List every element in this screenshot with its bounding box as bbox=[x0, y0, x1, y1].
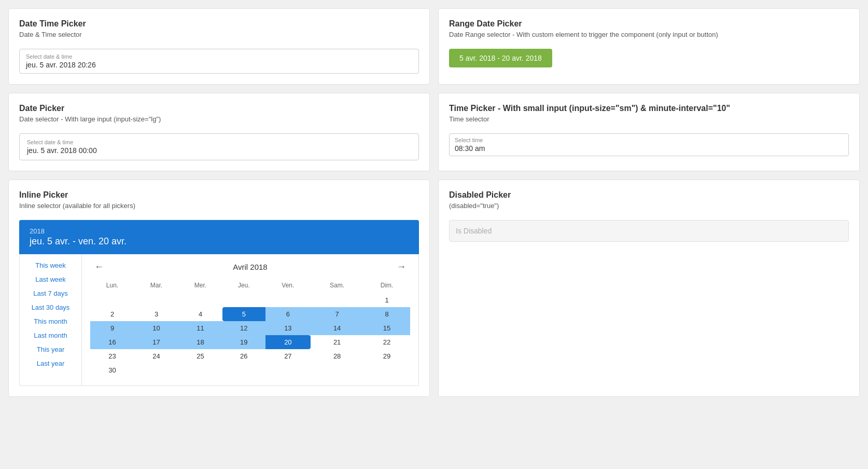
empty-cell[interactable] bbox=[265, 363, 311, 377]
in-range-cell[interactable]: 11 bbox=[178, 321, 222, 335]
range-date-picker-title: Range Date Picker bbox=[449, 19, 849, 29]
disabled-picker-subtitle: (disabled="true") bbox=[449, 202, 849, 210]
weekday-header: Mar. bbox=[134, 280, 178, 293]
date-picker-title: Date Picker bbox=[19, 104, 419, 113]
prev-month-button[interactable]: ← bbox=[90, 259, 108, 274]
inline-picker-title: Inline Picker bbox=[19, 190, 419, 200]
empty-cell[interactable] bbox=[178, 293, 222, 307]
day-cell[interactable]: 22 bbox=[363, 335, 410, 349]
date-picker-field-value: jeu. 5 avr. 2018 00:00 bbox=[27, 146, 97, 155]
calendar-body: 1234567891011121314151617181920212223242… bbox=[90, 293, 410, 377]
table-row: 2345678 bbox=[90, 307, 410, 321]
shortcut-button[interactable]: Last year bbox=[20, 356, 81, 370]
in-range-cell[interactable]: 6 bbox=[265, 307, 311, 321]
day-cell[interactable]: 27 bbox=[265, 349, 311, 363]
in-range-cell[interactable]: 7 bbox=[311, 307, 363, 321]
in-range-cell[interactable]: 10 bbox=[134, 321, 178, 335]
calendar-header: Lun.Mar.Mer.Jeu.Ven.Sam.Dim. bbox=[90, 280, 410, 293]
time-picker-field-label: Select time bbox=[455, 137, 843, 143]
month-title: Avril 2018 bbox=[233, 263, 267, 271]
date-picker-subtitle: Date selector - With large input (input-… bbox=[19, 115, 419, 123]
day-cell[interactable]: 30 bbox=[90, 363, 134, 377]
picker-body: This weekLast weekLast 7 daysLast 30 day… bbox=[19, 254, 419, 386]
day-cell[interactable]: 23 bbox=[90, 349, 134, 363]
time-picker-title: Time Picker - With small input (input-si… bbox=[449, 104, 849, 113]
empty-cell[interactable] bbox=[311, 293, 363, 307]
inline-picker-subtitle: Inline selector (available for all picke… bbox=[19, 202, 419, 210]
range-date-picker-card: Range Date Picker Date Range selector - … bbox=[438, 8, 860, 85]
empty-cell[interactable] bbox=[134, 293, 178, 307]
shortcut-button[interactable]: Last week bbox=[20, 272, 81, 286]
shortcut-button[interactable]: This week bbox=[20, 258, 81, 272]
time-picker-field-value: 08:30 am bbox=[455, 144, 485, 153]
in-range-cell[interactable]: 19 bbox=[222, 335, 265, 349]
calendar-nav: ← Avril 2018 → bbox=[90, 259, 410, 274]
next-month-button[interactable]: → bbox=[393, 259, 410, 274]
empty-cell[interactable] bbox=[178, 363, 222, 377]
disabled-picker-input: Is Disabled bbox=[449, 220, 849, 242]
selected-end-cell[interactable]: 20 bbox=[265, 335, 311, 349]
table-row: 16171819202122 bbox=[90, 335, 410, 349]
time-picker-input[interactable]: Select time 08:30 am bbox=[449, 133, 849, 156]
date-time-picker-subtitle: Date & Time selector bbox=[19, 31, 419, 38]
calendar-area: ← Avril 2018 → Lun.Mar.Mer.Jeu.Ven.Sam.D… bbox=[82, 254, 418, 385]
day-cell[interactable]: 26 bbox=[222, 349, 265, 363]
weekday-row: Lun.Mar.Mer.Jeu.Ven.Sam.Dim. bbox=[90, 280, 410, 293]
day-cell[interactable]: 28 bbox=[311, 349, 363, 363]
date-picker-field-label: Select date & time bbox=[27, 139, 411, 145]
in-range-cell[interactable]: 18 bbox=[178, 335, 222, 349]
in-range-cell[interactable]: 9 bbox=[90, 321, 134, 335]
selected-start-cell[interactable]: 5 bbox=[222, 307, 265, 321]
picker-header: 2018 jeu. 5 avr. - ven. 20 avr. bbox=[19, 220, 419, 254]
time-picker-subtitle: Time selector bbox=[449, 115, 849, 123]
shortcut-button[interactable]: This year bbox=[20, 342, 81, 356]
in-range-cell[interactable]: 12 bbox=[222, 321, 265, 335]
shortcut-button[interactable]: This month bbox=[20, 314, 81, 328]
disabled-picker-card: Disabled Picker (disabled="true") Is Dis… bbox=[438, 180, 860, 397]
picker-year: 2018 bbox=[30, 227, 409, 235]
inline-picker-card: Inline Picker Inline selector (available… bbox=[8, 180, 430, 397]
date-time-field-value: jeu. 5 avr. 2018 20:26 bbox=[26, 61, 96, 69]
shortcut-button[interactable]: Last 7 days bbox=[20, 286, 81, 300]
date-picker-input[interactable]: Select date & time jeu. 5 avr. 2018 00:0… bbox=[19, 133, 419, 160]
in-range-cell[interactable]: 17 bbox=[134, 335, 178, 349]
day-cell[interactable]: 21 bbox=[311, 335, 363, 349]
date-picker-card: Date Picker Date selector - With large i… bbox=[8, 93, 430, 171]
time-picker-card: Time Picker - With small input (input-si… bbox=[438, 93, 860, 171]
in-range-cell[interactable]: 16 bbox=[90, 335, 134, 349]
in-range-cell[interactable]: 8 bbox=[363, 307, 410, 321]
empty-cell[interactable] bbox=[134, 363, 178, 377]
day-cell[interactable]: 29 bbox=[363, 349, 410, 363]
empty-cell[interactable] bbox=[90, 293, 134, 307]
shortcut-button[interactable]: Last month bbox=[20, 328, 81, 342]
table-row: 30 bbox=[90, 363, 410, 377]
picker-date-range: jeu. 5 avr. - ven. 20 avr. bbox=[30, 236, 409, 247]
empty-cell[interactable] bbox=[222, 293, 265, 307]
empty-cell[interactable] bbox=[265, 293, 311, 307]
range-date-picker-button[interactable]: 5 avr. 2018 - 20 avr. 2018 bbox=[449, 49, 552, 67]
shortcuts-panel: This weekLast weekLast 7 daysLast 30 day… bbox=[20, 254, 82, 385]
date-time-picker-card: Date Time Picker Date & Time selector Se… bbox=[8, 8, 430, 85]
inline-picker-widget: 2018 jeu. 5 avr. - ven. 20 avr. This wee… bbox=[19, 220, 419, 386]
table-row: 23242526272829 bbox=[90, 349, 410, 363]
disabled-picker-title: Disabled Picker bbox=[449, 190, 849, 200]
weekday-header: Lun. bbox=[90, 280, 134, 293]
date-time-field-label: Select date & time bbox=[26, 53, 412, 60]
range-date-picker-subtitle: Date Range selector - With custom elemen… bbox=[449, 31, 849, 38]
in-range-cell[interactable]: 13 bbox=[265, 321, 311, 335]
date-time-picker-title: Date Time Picker bbox=[19, 19, 419, 29]
day-cell[interactable]: 4 bbox=[178, 307, 222, 321]
day-cell[interactable]: 1 bbox=[363, 293, 410, 307]
date-time-input[interactable]: Select date & time jeu. 5 avr. 2018 20:2… bbox=[19, 49, 419, 74]
empty-cell[interactable] bbox=[311, 363, 363, 377]
day-cell[interactable]: 3 bbox=[134, 307, 178, 321]
day-cell[interactable]: 24 bbox=[134, 349, 178, 363]
empty-cell[interactable] bbox=[363, 363, 410, 377]
calendar-grid: Lun.Mar.Mer.Jeu.Ven.Sam.Dim. 12345678910… bbox=[90, 280, 410, 377]
in-range-cell[interactable]: 15 bbox=[363, 321, 410, 335]
in-range-cell[interactable]: 14 bbox=[311, 321, 363, 335]
day-cell[interactable]: 25 bbox=[178, 349, 222, 363]
empty-cell[interactable] bbox=[222, 363, 265, 377]
day-cell[interactable]: 2 bbox=[90, 307, 134, 321]
shortcut-button[interactable]: Last 30 days bbox=[20, 300, 81, 314]
